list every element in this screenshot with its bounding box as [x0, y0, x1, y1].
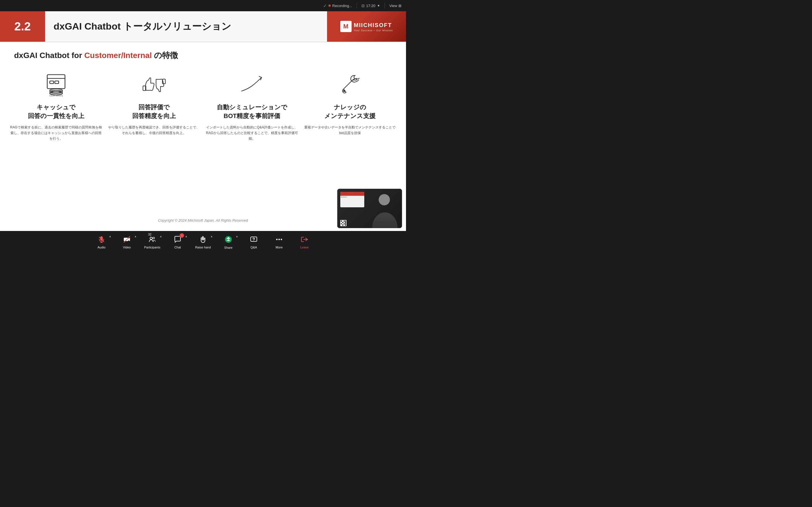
qa-icon — [250, 236, 257, 244]
features-grid: Cache Memory キャッシュで回答の一貫性を向上 RAGで検索する前に、… — [0, 66, 406, 142]
feature-title-4: ナレッジのメンテナンス支援 — [324, 103, 375, 121]
qa-label: Q&A — [250, 245, 257, 249]
svg-point-24 — [281, 238, 282, 240]
camera-slide-preview: MIICHISOFT — [340, 192, 364, 207]
person-head — [378, 194, 390, 205]
raise-hand-icon — [199, 236, 207, 244]
more-label: More — [275, 245, 283, 249]
audio-button[interactable]: ▲ Audio — [89, 231, 114, 253]
slide-content: 2.2 dxGAI Chatbot トータルソリューション M MIICHISO… — [0, 11, 406, 231]
timer-display: ⊡ 17:20 ▼ — [361, 4, 380, 8]
raise-hand-arrow[interactable]: ▲ — [210, 235, 213, 238]
subtitle-highlight: Customer/Internal — [84, 51, 152, 60]
svg-point-23 — [278, 238, 280, 240]
raise-hand-label: Raise hand — [195, 245, 211, 249]
recording-status: ✓ Recording... — [323, 3, 352, 8]
participants-count: 32 — [148, 233, 151, 236]
audio-icon — [98, 236, 105, 244]
feature-card-2: 回答評価で回答精度を向上 やり取りした履歴を再度確認でき、回答を評価することで、… — [107, 69, 202, 142]
slide-logo: M MIICHISOFT Your Success – Our Mission — [327, 11, 406, 42]
recording-red-dot — [328, 4, 331, 7]
chat-button[interactable]: 1 ▲ Chat — [165, 231, 190, 253]
feature-icon-maintenance — [337, 69, 363, 100]
slide-title: dxGAI Chatbot トータルソリューション — [45, 11, 327, 42]
feature-desc-2: やり取りした履歴を再度確認でき、回答を評価することで、それらを蓄積し、今後の回答… — [107, 124, 202, 136]
timer-icon: ⊡ — [361, 4, 364, 8]
feature-icon-cache: Cache Memory — [43, 69, 69, 100]
logo-tagline: Your Success – Our Mission — [354, 29, 393, 32]
bottom-toolbar: ▲ Audio ▲ Video ▲ 32 Participants — [0, 231, 406, 253]
raise-hand-button[interactable]: ▲ Raise hand — [190, 231, 216, 253]
feature-icon-evaluation — [141, 69, 167, 100]
feature-title-1: キャッシュで回答の一貫性を向上 — [28, 103, 84, 121]
recording-green-icon: ✓ — [323, 3, 327, 8]
slide-number: 2.2 — [0, 11, 45, 42]
view-icon: ⊞ — [398, 4, 402, 8]
share-arrow[interactable]: ▲ — [236, 235, 238, 238]
audio-arrow[interactable]: ▲ — [109, 235, 111, 238]
svg-point-17 — [150, 237, 152, 239]
slide-area: 2.2 dxGAI Chatbot トータルソリューション M MIICHISO… — [0, 11, 406, 231]
qa-button[interactable]: Q&A — [241, 231, 266, 253]
share-button[interactable]: ▲ Share — [216, 231, 241, 253]
slide-subtitle: dxGAI Chatbot for Customer/Internal の特徴 — [0, 42, 406, 66]
leave-icon — [301, 236, 308, 244]
audio-label: Audio — [98, 245, 105, 249]
more-icon — [275, 236, 283, 244]
svg-point-22 — [276, 238, 278, 240]
slide-header: 2.2 dxGAI Chatbot トータルソリューション M MIICHISO… — [0, 11, 406, 42]
feature-desc-1: RAGで検索する前に、過去の検索履歴で同様の質問有無を検索し、存在する場合にはキ… — [8, 124, 104, 142]
svg-point-21 — [253, 240, 254, 240]
feature-title-2: 回答評価で回答精度を向上 — [132, 103, 176, 121]
svg-text:Cache Memory: Cache Memory — [49, 94, 63, 97]
video-button[interactable]: ▲ Video — [114, 231, 140, 253]
feature-icon-simulation — [239, 69, 265, 100]
view-label: View — [389, 4, 397, 8]
video-label: Video — [123, 245, 131, 249]
top-bar-divider2 — [385, 3, 385, 8]
more-button[interactable]: More — [266, 231, 292, 253]
svg-point-10 — [343, 90, 345, 92]
feature-desc-4: 重複データや古いデータを半自動でメンテナンスすることでbot品質を担保 — [303, 124, 398, 136]
participants-label: Participants — [144, 245, 160, 249]
video-arrow[interactable]: ▲ — [134, 235, 137, 238]
timer-value: 17:20 — [366, 4, 375, 8]
feature-title-3: 自動シミュレーションでBOT精度を事前評価 — [217, 103, 287, 121]
leave-label: Leave — [300, 245, 309, 249]
share-label: Share — [224, 246, 232, 249]
video-icon — [123, 236, 131, 244]
view-button[interactable]: View ⊞ — [389, 4, 402, 8]
share-icon — [224, 235, 232, 244]
participants-arrow[interactable]: ▲ — [160, 235, 162, 238]
feature-card-4: ナレッジのメンテナンス支援 重複データや古いデータを半自動でメンテナンスすること… — [303, 69, 398, 142]
top-bar-divider — [357, 3, 357, 8]
logo-text: MIICHISOFT — [354, 22, 393, 29]
chat-label: Chat — [174, 245, 181, 249]
feature-desc-3: インポートした資料から自動的にQ&A評価シートを作成し、RAGから回答したものと… — [204, 124, 300, 142]
svg-point-18 — [153, 237, 154, 239]
camera-thumbnail: MIICHISOFT — [337, 189, 402, 228]
chat-arrow[interactable]: ▲ — [185, 235, 188, 238]
svg-rect-3 — [55, 81, 59, 83]
subtitle-prefix: dxGAI Chatbot for — [14, 51, 84, 60]
feature-card-3: 自動シミュレーションでBOT精度を事前評価 インポートした資料から自動的にQ&A… — [204, 69, 300, 142]
leave-button[interactable]: Leave — [292, 231, 317, 253]
participants-icon — [149, 236, 156, 244]
timer-chevron[interactable]: ▼ — [377, 4, 380, 7]
svg-rect-20 — [251, 237, 257, 241]
svg-rect-2 — [50, 81, 54, 83]
top-bar: ✓ Recording... ⊡ 17:20 ▼ View ⊞ — [0, 0, 406, 11]
recording-label: Recording... — [333, 4, 352, 8]
camera-qr-code — [340, 220, 347, 226]
participants-button[interactable]: ▲ 32 Participants — [140, 231, 165, 253]
chat-badge: 1 — [180, 233, 184, 238]
subtitle-suffix: の特徴 — [152, 51, 178, 60]
svg-marker-15 — [128, 238, 130, 241]
feature-card-1: Cache Memory キャッシュで回答の一貫性を向上 RAGで検索する前に、… — [8, 69, 104, 142]
